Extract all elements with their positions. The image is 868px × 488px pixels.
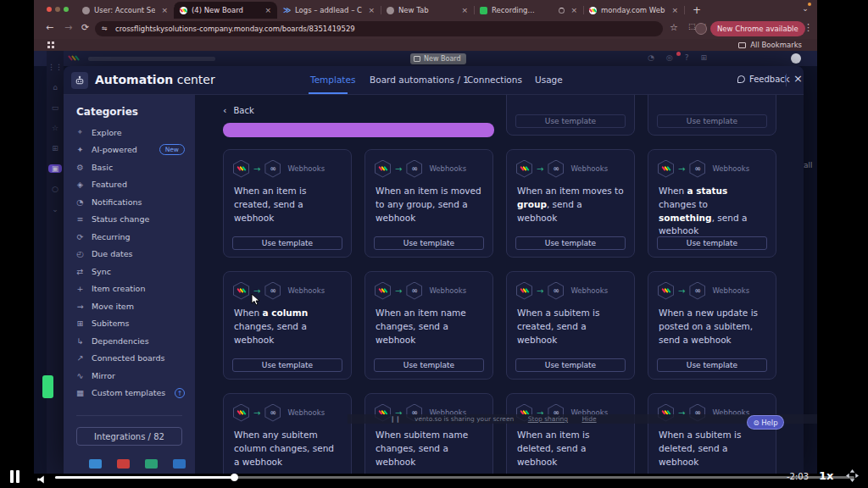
progress-track[interactable]	[55, 476, 854, 479]
template-card[interactable]: →∞WebhooksWhen an item is moved to any g…	[364, 149, 493, 258]
volume-icon[interactable]	[36, 472, 46, 488]
stop-sharing-button[interactable]: Stop sharing	[528, 415, 568, 423]
use-template-button[interactable]: Use template	[515, 114, 626, 128]
template-card[interactable]: →∞WebhooksWhen an item name changes, sen…	[364, 271, 493, 380]
help-icon[interactable]: ?	[685, 53, 689, 62]
modal-tab-connections[interactable]: Connections	[467, 75, 522, 85]
template-card[interactable]: →∞WebhooksWhen a status changes to somet…	[648, 149, 776, 258]
template-card-partial[interactable]: Use template	[506, 95, 635, 136]
new-tab-button[interactable]: +	[693, 2, 701, 19]
sidebar-item-status-change[interactable]: ≡Status change	[64, 211, 195, 229]
sidebar-item-mirror[interactable]: ∿Mirror	[64, 367, 195, 385]
browser-tab[interactable]: (4) New Board×	[174, 2, 277, 19]
tab-close-icon[interactable]: ×	[366, 6, 375, 14]
chevron-down-icon[interactable]: ⌄	[47, 205, 64, 214]
workspace-active-icon[interactable]: ▣	[48, 164, 62, 173]
feedback-button[interactable]: Feedback	[737, 75, 790, 84]
highlighted-template-bar[interactable]	[223, 123, 494, 137]
integrations-button[interactable]: Integrations / 82	[76, 427, 182, 446]
tab-close-icon[interactable]: ×	[263, 6, 271, 14]
favorites-icon[interactable]: ☆	[47, 124, 64, 132]
browser-tab[interactable]: ≫Logs – addlead – Cloud Run×	[277, 2, 381, 19]
sidebar-item-subitems[interactable]: ⊞Subitems	[64, 315, 195, 333]
sidebar-item-move-item[interactable]: →Move item	[64, 297, 195, 315]
progress-handle[interactable]	[231, 474, 238, 481]
notifications-bell-icon[interactable]: ◔	[648, 53, 654, 62]
tab-close-icon[interactable]: ×	[569, 6, 577, 14]
home-icon[interactable]: ⌂	[47, 83, 64, 92]
sidebar-item-sync[interactable]: ⇄Sync	[64, 263, 195, 280]
tab-close-icon[interactable]: ×	[159, 6, 168, 14]
use-template-button[interactable]: Use template	[374, 358, 484, 372]
profile-avatar[interactable]	[695, 23, 707, 35]
sidebar-item-due-dates[interactable]: ◴Due dates	[64, 246, 195, 263]
site-settings-icon[interactable]: ⇋	[102, 25, 110, 33]
help-button[interactable]: ⊜ Help	[747, 415, 784, 430]
modal-tab-templates[interactable]: Templates	[310, 75, 355, 85]
use-template-button[interactable]: Use template	[515, 236, 626, 250]
sidebar-item-ai-powered[interactable]: ✦AI-poweredNew	[64, 141, 195, 159]
macos-window-controls[interactable]	[47, 7, 69, 12]
zoom-window-icon[interactable]	[64, 7, 69, 12]
inbox-icon[interactable]: ▭	[47, 103, 64, 112]
tab-search-button[interactable]: ⌄	[798, 3, 812, 16]
template-card-partial[interactable]: Use template	[648, 95, 776, 136]
use-template-button[interactable]: Use template	[657, 114, 767, 128]
back-nav-icon[interactable]: ←	[46, 22, 53, 33]
inbox-icon[interactable]: ◎	[666, 53, 673, 62]
template-card[interactable]: →∞WebhooksWhen a column changes, send a …	[223, 271, 352, 380]
hide-sharing-button[interactable]: Hide	[581, 415, 596, 423]
back-button[interactable]: ‹Back	[223, 105, 254, 116]
apps-icon[interactable]: ⊞	[701, 53, 708, 62]
use-template-button[interactable]: Use template	[232, 358, 342, 372]
template-card[interactable]: →∞WebhooksWhen a subitem is created, sen…	[506, 271, 635, 380]
sidebar-item-explore[interactable]: ⌖Explore	[64, 124, 195, 141]
template-card[interactable]: →∞WebhooksWhen an item is created, send …	[223, 149, 352, 258]
bookmark-star-icon[interactable]: ☆	[670, 22, 678, 33]
apps-grid-icon[interactable]	[47, 42, 54, 48]
sidebar-item-recurring[interactable]: ⟳Recurring	[64, 228, 195, 246]
pause-sharing-icon[interactable]: ❙❙	[390, 415, 401, 423]
chrome-menu-icon[interactable]: ⋮	[804, 22, 813, 33]
use-template-button[interactable]: Use template	[657, 358, 767, 372]
grid-dots-icon[interactable]: ⋮⋮	[47, 63, 64, 71]
playback-speed-button[interactable]: 1x	[819, 469, 833, 482]
sidebar-item-custom-templates[interactable]: ▦Custom templates↑	[64, 385, 195, 402]
modal-tab-board-automations-1[interactable]: Board automations / 1	[370, 75, 469, 85]
browser-tab[interactable]: monday.com Webhooks×	[583, 2, 684, 19]
sidebar-item-label: Sync	[92, 267, 111, 276]
fullscreen-button[interactable]	[846, 469, 859, 485]
circle-arrow-icon[interactable]: ↑	[175, 388, 185, 398]
browser-tab[interactable]: Recording...×	[474, 2, 583, 19]
sidebar-item-notifications[interactable]: ◔Notifications	[64, 193, 195, 211]
sidebar-item-dependencies[interactable]: ↳Dependencies	[64, 332, 195, 350]
modal-close-icon[interactable]: ×	[793, 72, 803, 85]
template-card[interactable]: →∞WebhooksWhen an item moves to group, s…	[506, 149, 635, 258]
user-avatar[interactable]	[791, 53, 801, 64]
sidebar-item-connected-boards[interactable]: ↗Connected boards	[64, 350, 195, 368]
boards-icon[interactable]: ⊞	[47, 144, 64, 152]
use-template-button[interactable]: Use template	[515, 358, 626, 372]
browser-tab[interactable]: User: Account Settings | aN×	[76, 2, 174, 19]
green-edge-handle[interactable]	[42, 375, 53, 398]
address-bar[interactable]: ⇋ crossflightskysolutions-company.monday…	[95, 21, 663, 36]
modal-tab-usage[interactable]: Usage	[535, 75, 563, 85]
minimize-window-icon[interactable]	[55, 7, 60, 12]
template-card[interactable]: →∞WebhooksWhen a new update is posted on…	[648, 271, 776, 380]
use-template-button[interactable]: Use template	[232, 236, 342, 250]
sidebar-item-featured[interactable]: ◈Featured	[64, 176, 195, 194]
sidebar-item-basic[interactable]: ⚙Basic	[64, 158, 195, 176]
use-template-button[interactable]: Use template	[374, 236, 484, 250]
use-template-button[interactable]: Use template	[657, 236, 767, 250]
pause-button[interactable]	[10, 470, 19, 483]
tab-close-icon[interactable]: ×	[670, 6, 678, 14]
chrome-update-button[interactable]: New Chrome available	[710, 21, 805, 36]
more-icon[interactable]: ○	[47, 185, 64, 193]
tab-close-icon[interactable]: ×	[459, 6, 468, 14]
close-window-icon[interactable]	[47, 7, 52, 12]
forward-nav-icon[interactable]: →	[64, 22, 72, 33]
sidebar-item-item-creation[interactable]: +Item creation	[64, 280, 195, 298]
browser-tab[interactable]: New Tab×	[381, 2, 474, 19]
reload-icon[interactable]: ⟳	[81, 22, 89, 33]
all-bookmarks-button[interactable]: All Bookmarks	[738, 41, 802, 49]
